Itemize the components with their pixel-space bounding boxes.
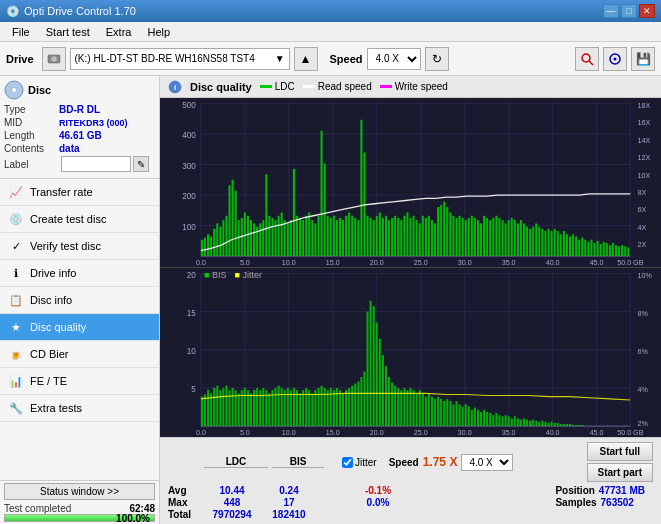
total-ldc: 7970294 bbox=[202, 509, 262, 520]
svg-rect-330 bbox=[505, 415, 507, 426]
svg-rect-88 bbox=[305, 216, 307, 256]
svg-text:35.0: 35.0 bbox=[502, 258, 516, 267]
refresh-button[interactable]: ↻ bbox=[425, 47, 449, 71]
svg-text:10X: 10X bbox=[637, 170, 650, 179]
svg-rect-125 bbox=[419, 223, 421, 256]
label-input[interactable] bbox=[61, 156, 131, 172]
svg-rect-143 bbox=[474, 218, 476, 256]
svg-rect-63 bbox=[229, 185, 231, 256]
svg-rect-102 bbox=[348, 212, 350, 256]
start-full-button[interactable]: Start full bbox=[587, 442, 653, 461]
svg-rect-182 bbox=[594, 243, 596, 256]
start-part-button[interactable]: Start part bbox=[587, 463, 653, 482]
position-label: Position bbox=[555, 485, 594, 496]
nav-item-disc-info[interactable]: 📋 Disc info bbox=[0, 287, 159, 314]
svg-rect-321 bbox=[477, 410, 479, 426]
avg-row: Avg 10.44 0.24 -0.1% bbox=[168, 485, 408, 496]
svg-rect-105 bbox=[357, 220, 359, 256]
total-row: Total 7970294 182410 bbox=[168, 509, 408, 520]
save-button[interactable]: 💾 bbox=[631, 47, 655, 71]
nav-item-cd-bier[interactable]: 🍺 CD Bier bbox=[0, 341, 159, 368]
svg-rect-329 bbox=[501, 416, 503, 426]
speed-select[interactable]: 4.0 X 1.0 X 2.0 X 6.0 X 8.0 X bbox=[367, 48, 421, 70]
svg-text:0.0: 0.0 bbox=[196, 428, 206, 437]
svg-rect-187 bbox=[609, 245, 611, 256]
svg-rect-150 bbox=[495, 216, 497, 256]
svg-rect-172 bbox=[563, 231, 565, 256]
svg-rect-173 bbox=[566, 234, 568, 256]
svg-rect-191 bbox=[621, 245, 623, 256]
svg-rect-117 bbox=[394, 216, 396, 256]
menu-extra[interactable]: Extra bbox=[98, 24, 140, 40]
status-window-button[interactable]: Status window >> bbox=[4, 483, 155, 500]
svg-rect-59 bbox=[216, 223, 218, 256]
label-edit-button[interactable]: ✎ bbox=[133, 156, 149, 172]
svg-rect-91 bbox=[314, 223, 316, 256]
svg-rect-277 bbox=[342, 393, 344, 426]
nav-item-drive-info[interactable]: ℹ Drive info bbox=[0, 260, 159, 287]
cd-bier-icon: 🍺 bbox=[8, 346, 24, 362]
svg-rect-257 bbox=[281, 388, 283, 426]
disc-contents-row: Contents data bbox=[4, 143, 155, 154]
eject-button[interactable]: ▲ bbox=[294, 47, 318, 71]
svg-rect-175 bbox=[572, 234, 574, 256]
scan-icon-btn[interactable] bbox=[575, 47, 599, 71]
max-ldc: 448 bbox=[202, 497, 262, 508]
svg-rect-84 bbox=[293, 169, 295, 256]
nav-item-verify-test-disc[interactable]: ✓ Verify test disc bbox=[0, 233, 159, 260]
svg-rect-96 bbox=[330, 218, 332, 256]
svg-rect-302 bbox=[419, 390, 421, 426]
svg-rect-317 bbox=[465, 404, 467, 426]
svg-rect-135 bbox=[449, 212, 451, 256]
svg-text:45.0: 45.0 bbox=[590, 258, 604, 267]
svg-rect-348 bbox=[560, 424, 562, 426]
nav-item-create-test-disc[interactable]: 💿 Create test disc bbox=[0, 206, 159, 233]
maximize-button[interactable]: □ bbox=[621, 4, 637, 18]
position-stats: Position 47731 MB Samples 763502 bbox=[555, 485, 645, 508]
menu-start-test[interactable]: Start test bbox=[38, 24, 98, 40]
progress-bar: 100.0% bbox=[4, 514, 155, 522]
svg-point-8 bbox=[12, 88, 17, 93]
svg-rect-115 bbox=[388, 220, 390, 256]
svg-text:20: 20 bbox=[187, 270, 196, 280]
nav-item-disc-quality[interactable]: ★ Disc quality bbox=[0, 314, 159, 341]
disc-title: Disc bbox=[28, 84, 51, 96]
nav-item-fe-te[interactable]: 📊 FE / TE bbox=[0, 368, 159, 395]
close-button[interactable]: ✕ bbox=[639, 4, 655, 18]
speed-label: Speed bbox=[330, 53, 363, 65]
svg-rect-239 bbox=[225, 386, 227, 426]
svg-rect-92 bbox=[317, 216, 319, 256]
ldc-header: LDC bbox=[204, 456, 268, 468]
drive-icon-btn[interactable] bbox=[42, 47, 66, 71]
svg-rect-274 bbox=[333, 390, 335, 426]
svg-rect-245 bbox=[244, 388, 246, 426]
svg-rect-193 bbox=[627, 247, 629, 256]
nav-item-extra-tests[interactable]: 🔧 Extra tests bbox=[0, 395, 159, 422]
minimize-button[interactable]: — bbox=[603, 4, 619, 18]
svg-rect-233 bbox=[207, 390, 209, 426]
jitter-checkbox[interactable] bbox=[342, 457, 353, 468]
speed-select-box[interactable]: 4.0 X 2.0 X 6.0 X 8.0 X bbox=[461, 454, 513, 471]
svg-rect-159 bbox=[523, 223, 525, 256]
svg-rect-158 bbox=[520, 220, 522, 256]
svg-rect-347 bbox=[557, 423, 559, 426]
svg-rect-318 bbox=[468, 406, 470, 426]
svg-text:15: 15 bbox=[187, 308, 196, 318]
svg-text:18X: 18X bbox=[637, 101, 650, 110]
svg-rect-338 bbox=[529, 421, 531, 426]
svg-rect-56 bbox=[207, 234, 209, 256]
svg-rect-129 bbox=[431, 220, 433, 256]
menu-file[interactable]: File bbox=[4, 24, 38, 40]
nav-item-transfer-rate[interactable]: 📈 Transfer rate bbox=[0, 179, 159, 206]
extra-tests-icon: 🔧 bbox=[8, 400, 24, 416]
svg-rect-237 bbox=[219, 390, 221, 426]
svg-rect-118 bbox=[397, 218, 399, 256]
svg-rect-291 bbox=[385, 366, 387, 426]
svg-text:50.0 GB: 50.0 GB bbox=[617, 428, 643, 437]
menu-help[interactable]: Help bbox=[139, 24, 178, 40]
drive-select[interactable]: (K:) HL-DT-ST BD-RE WH16NS58 TST4 ▼ bbox=[70, 48, 290, 70]
svg-rect-136 bbox=[452, 216, 454, 256]
svg-rect-112 bbox=[379, 212, 381, 256]
media-icon-btn[interactable] bbox=[603, 47, 627, 71]
svg-rect-164 bbox=[538, 227, 540, 256]
